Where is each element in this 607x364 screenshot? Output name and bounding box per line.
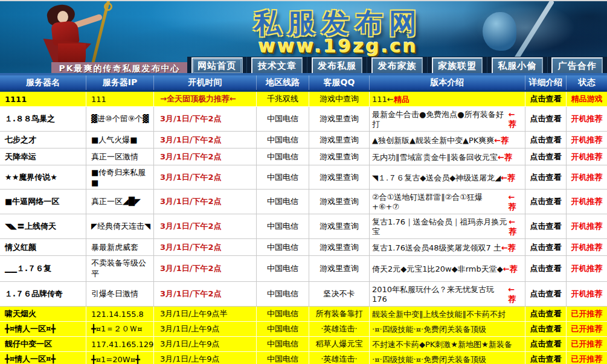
table-row: 情义红颜 暴最新虎威套 3月/1日/下午2点 中国电信 游戏里查询 复古1.76… (0, 239, 607, 256)
nav-slot: 家族联盟 (428, 57, 487, 75)
status-badge: 开机推荐 (567, 190, 607, 214)
region-line-text: 中国电信 (257, 337, 309, 352)
server-ip-text: ◤经典倚天连击◥ (86, 214, 154, 239)
divider-bar (0, 73, 607, 75)
version-recommend-tag: ←荐 (503, 264, 518, 274)
col-header-open-time: 开机时间 (154, 75, 257, 90)
detail-view-link[interactable]: 点击查看 (525, 337, 567, 352)
version-main-text: 不封速不卡药◆PK刺激★新地图★新装备 (372, 340, 512, 350)
main-navigation: 网站首页 技术文章 发布私服 发布家族 家族联盟 私服小偷 广告合作 (187, 57, 607, 75)
server-ip-text: 111 (86, 92, 154, 107)
col-header-server-name: 服务器名 (0, 75, 86, 90)
version-intro-text: 复古1.76送会员48级奖屠龙领双7 土←荐 (370, 239, 525, 256)
server-name-link[interactable]: 啸天烟火 (0, 307, 86, 322)
server-ip-text: 真正一区◢█◤ (86, 190, 154, 214)
detail-view-link[interactable]: 点击查看 (525, 322, 567, 337)
server-ip-text: ■人气火爆■ (86, 132, 154, 148)
service-qq-text: 游戏里查询 (309, 239, 370, 256)
nav-articles-button[interactable]: 技术文章 (251, 57, 303, 75)
detail-view-link[interactable]: 点击查看 (525, 256, 567, 282)
helmet-graphic (483, 12, 516, 51)
version-recommend-tag: ←荐 (498, 153, 512, 162)
status-badge: 已开推荐 (567, 337, 607, 352)
server-ip-text: 暴最新虎威套 (86, 239, 154, 256)
version-main-text: ·¤·四级技能·¤·免费闭关装备顶级 (372, 355, 486, 364)
version-main-text: 复古1.76｜送金钻会员｜祖玛赤月换元宝 (372, 217, 509, 237)
service-qq-text: 游戏里查询 (309, 190, 370, 214)
service-qq-text: 所有装备靠打 (309, 307, 370, 322)
server-name-link[interactable]: 情义红颜 (0, 239, 86, 256)
open-time-text: 3月/1日/上午9点半 (154, 307, 257, 322)
service-qq-text: 稻草人爆元宝 (309, 337, 370, 352)
region-line-text: 中国电信 (257, 239, 309, 256)
table-row: １.８８鸟巢之 ▓进⑩个留⑨个▓ 3月/1日/下午2点 中国电信 游戏里查询 最… (0, 107, 607, 132)
detail-view-link[interactable]: 点击查看 (525, 92, 567, 107)
col-header-service-qq: 客服QQ (309, 75, 370, 90)
server-ip-text: 117.41.165.129 (86, 337, 154, 352)
server-name-link[interactable]: 天降幸运 (0, 148, 86, 165)
nav-clan-alliance-button[interactable]: 家族联盟 (432, 57, 483, 75)
nav-slot: 发布家族 (367, 57, 427, 75)
site-url: www.19zg.cn (202, 35, 474, 57)
status-badge: 已开推荐 (567, 322, 607, 337)
version-main-text: 靓装全新中变‖上线全技能‖不卡药不封 (372, 310, 506, 319)
nav-slot: 网站首页 (187, 57, 247, 75)
server-name-link[interactable]: ▁▁１.７６复 (0, 256, 86, 282)
version-main-text: ◥１.７６复古◆送会员◆神级送屠龙◢ (372, 173, 501, 183)
status-badge: 开机推荐 (567, 132, 607, 148)
detail-view-link[interactable]: 点击查看 (525, 132, 567, 148)
nav-ad-cooperation-button[interactable]: 广告合作 (551, 57, 603, 75)
detail-view-link[interactable]: 点击查看 (525, 214, 567, 239)
nav-home-button[interactable]: 网站首页 (191, 57, 243, 75)
server-name-link[interactable]: ◥◣〓上线倚天 (0, 214, 86, 239)
detail-view-link[interactable]: 点击查看 (525, 165, 567, 190)
status-badge: 开机推荐 (567, 107, 607, 132)
nav-server-thief-button[interactable]: 私服小偷 (492, 57, 543, 75)
col-header-region-line: 地区线路 (257, 75, 309, 90)
detail-view-link[interactable]: 点击查看 (525, 352, 567, 364)
open-time-text: 3月/1日/上午9点 (154, 337, 257, 352)
detail-view-link[interactable]: 点击查看 (525, 282, 567, 307)
table-row: 1111 111 →全天固顶极力推荐← 千兆双线 游戏中查询 111←精品 点击… (0, 92, 607, 107)
server-name-link[interactable]: ■牛逼网络一区 (0, 190, 86, 214)
service-qq-text: 游戏里查询 (309, 148, 370, 165)
version-main-text: 复古1.76送会员48级奖屠龙领双7 土 (372, 243, 501, 253)
open-time-text: 3月/1日/下午2点 (154, 107, 257, 132)
server-name-link[interactable]: １.８８鸟巢之 (0, 107, 86, 132)
region-line-text: 中国电信 (257, 307, 309, 322)
nav-slot: 技术文章 (247, 57, 307, 75)
server-name-link[interactable]: ╋¤情人一区¤╋ (0, 322, 86, 337)
server-name-link[interactable]: 七步之才 (0, 132, 86, 148)
version-intro-text: 111←精品 (370, 92, 525, 107)
nav-publish-clan-button[interactable]: 发布家族 (371, 57, 423, 75)
nav-publish-server-button[interactable]: 发布私服 (312, 57, 363, 75)
server-name-link[interactable]: ★★魔界传说★ (0, 165, 86, 190)
server-name-link[interactable]: １.７６品牌传奇 (0, 282, 86, 307)
version-main-text: 无内功‖雪域富贵金牛‖装备回收元宝 (372, 153, 498, 162)
version-main-text: 2010年私服玩什么？来无忧复古玩176 (372, 285, 508, 304)
table-row: 靓仔中变一区 117.41.165.129 3月/1日/上午9点 中国电信 稻草… (0, 337, 607, 352)
detail-view-link[interactable]: 点击查看 (525, 148, 567, 165)
version-intro-text: ◥１.７６复古◆送会员◆神级送屠龙◢←荐 (370, 165, 525, 190)
status-badge: 开机推荐 (567, 148, 607, 165)
status-badge: 开机推荐 (567, 165, 607, 190)
version-recommend-tag: ←荐 (509, 217, 522, 237)
detail-view-link[interactable]: 点击查看 (525, 107, 567, 132)
col-header-detail-intro: 详细介绍 (525, 75, 567, 90)
version-intro-text: 最新金牛合击●免费泡点●所有装备好打←荐 (370, 107, 525, 132)
open-time-text: 3月/1日/上午9点 (154, 352, 257, 364)
version-main-text: ②合①送地钉送群雷‖②合①狂爆+⑥+⑦ (372, 193, 508, 212)
server-name-link[interactable]: 1111 (0, 92, 86, 107)
version-intro-text: ·¤·四级技能·¤·免费闭关装备顶级 (370, 322, 525, 337)
detail-view-link[interactable]: 点击查看 (525, 307, 567, 322)
region-line-text: 千兆双线 (257, 92, 309, 107)
detail-view-link[interactable]: 点击查看 (525, 190, 567, 214)
version-main-text: 倚天2元◆元宝1比20w◆非rmb天堂◆ (372, 264, 503, 274)
detail-view-link[interactable]: 点击查看 (525, 239, 567, 256)
col-header-status: 状态 (567, 75, 607, 90)
status-badge: 精品游戏 (567, 92, 607, 107)
service-qq-text: 游戏里查询 (309, 107, 370, 132)
server-name-link[interactable]: 靓仔中变一区 (0, 337, 86, 352)
open-time-text: 3月/1日/下午2点 (154, 239, 257, 256)
server-name-link[interactable]: ╋¤情人一区¤╋ (0, 352, 86, 364)
